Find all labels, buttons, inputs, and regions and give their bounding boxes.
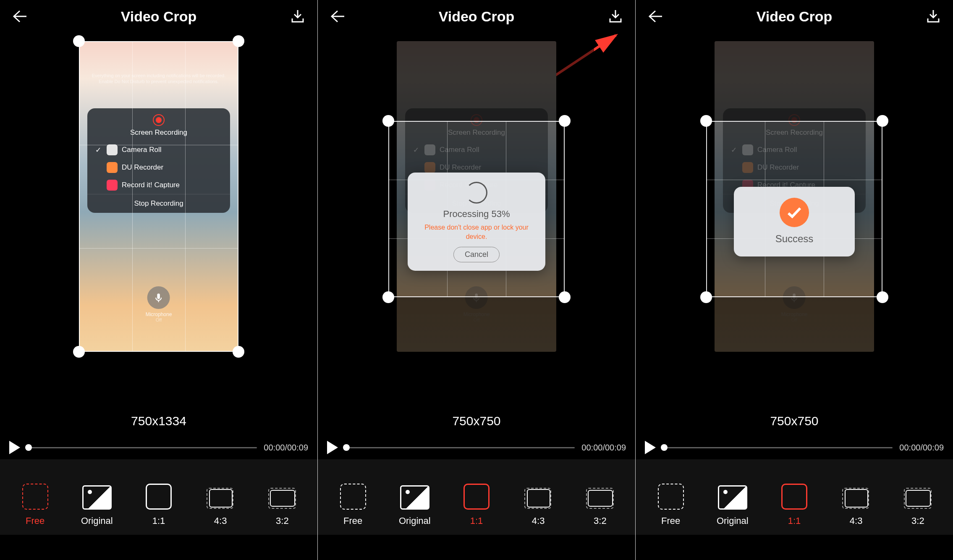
seek-thumb[interactable] bbox=[661, 444, 668, 451]
ratio-icon bbox=[268, 488, 296, 510]
seek-thumb[interactable] bbox=[25, 444, 32, 451]
ratio-option-3-2[interactable]: 3:2 bbox=[893, 488, 943, 526]
ratio-bar: Free Original 1:1 4:3 3:2 bbox=[0, 459, 317, 535]
page-title: Video Crop bbox=[757, 8, 833, 25]
ratio-option-4-3[interactable]: 4:3 bbox=[195, 488, 246, 526]
crop-handle-tr[interactable] bbox=[559, 115, 571, 127]
crop-handle-br[interactable] bbox=[877, 291, 888, 303]
ratio-icon bbox=[207, 488, 234, 510]
ratio-option-original[interactable]: Original bbox=[72, 485, 122, 526]
ratio-icon bbox=[400, 485, 429, 510]
export-button[interactable] bbox=[287, 6, 308, 27]
ratio-bar: Free Original 1:1 4:3 3:2 bbox=[318, 459, 635, 535]
ratio-icon bbox=[781, 484, 807, 510]
back-button[interactable] bbox=[9, 6, 30, 27]
ratio-icon bbox=[463, 484, 490, 510]
processing-dialog: Processing 53% Please don't close app or… bbox=[408, 173, 545, 271]
crop-handle-bl[interactable] bbox=[73, 346, 85, 358]
ratio-label: Free bbox=[343, 516, 362, 526]
ratio-label: Original bbox=[717, 516, 749, 526]
crop-handle-tr[interactable] bbox=[877, 115, 888, 127]
ratio-icon bbox=[904, 488, 932, 510]
playback-bar: 00:00/00:09 bbox=[318, 436, 635, 459]
crop-handle-tl[interactable] bbox=[382, 115, 394, 127]
play-button[interactable] bbox=[645, 441, 656, 454]
crop-handle-tl[interactable] bbox=[73, 35, 85, 47]
ratio-option-3-2[interactable]: 3:2 bbox=[575, 488, 625, 526]
ratio-label: 1:1 bbox=[470, 516, 483, 526]
crop-mask bbox=[397, 41, 556, 121]
ratio-label: Free bbox=[26, 516, 45, 526]
preview-area: Screen Recording ✓ Camera Roll DU Record… bbox=[636, 33, 953, 436]
ratio-icon bbox=[658, 484, 684, 510]
export-button[interactable] bbox=[605, 6, 626, 27]
export-button[interactable] bbox=[923, 6, 944, 27]
dialog-title: Success bbox=[740, 233, 849, 245]
header: Video Crop bbox=[0, 0, 317, 33]
back-button[interactable] bbox=[645, 6, 666, 27]
seek-track[interactable] bbox=[27, 447, 257, 448]
crop-mask bbox=[715, 297, 874, 352]
ratio-label: 1:1 bbox=[788, 516, 801, 526]
success-dialog: Success bbox=[734, 187, 855, 256]
time-display: 00:00/00:09 bbox=[581, 443, 626, 453]
crop-handle-tr[interactable] bbox=[233, 35, 244, 47]
ratio-option-original[interactable]: Original bbox=[707, 485, 758, 526]
ratio-option-4-3[interactable]: 4:3 bbox=[513, 488, 563, 526]
play-button[interactable] bbox=[9, 441, 20, 454]
app-screen: Video Crop Screen Recording ✓ Camera Rol… bbox=[318, 0, 635, 560]
header: Video Crop bbox=[636, 0, 953, 33]
ratio-option-free[interactable]: Free bbox=[646, 484, 696, 526]
play-button[interactable] bbox=[327, 441, 338, 454]
ratio-icon bbox=[842, 488, 870, 510]
ratio-option-3-2[interactable]: 3:2 bbox=[257, 488, 307, 526]
preview-area: Screen Recording ✓ Camera Roll DU Record… bbox=[318, 33, 635, 436]
crop-dimensions: 750x750 bbox=[318, 414, 635, 428]
ratio-option-4-3[interactable]: 4:3 bbox=[831, 488, 881, 526]
crop-handle-br[interactable] bbox=[559, 291, 571, 303]
ratio-label: 3:2 bbox=[911, 516, 924, 526]
preview-area: Everything on your screen including noti… bbox=[0, 33, 317, 436]
ratio-option-1-1[interactable]: 1:1 bbox=[134, 484, 184, 526]
cancel-button[interactable]: Cancel bbox=[453, 247, 500, 262]
app-screen: Video Crop Screen Recording ✓ Camera Rol… bbox=[636, 0, 953, 560]
ratio-option-1-1[interactable]: 1:1 bbox=[769, 484, 819, 526]
header: Video Crop bbox=[318, 0, 635, 33]
success-check-icon bbox=[780, 198, 809, 227]
page-title: Video Crop bbox=[439, 8, 515, 25]
playback-bar: 00:00/00:09 bbox=[0, 436, 317, 459]
ratio-label: Original bbox=[399, 516, 431, 526]
ratio-label: 3:2 bbox=[276, 516, 289, 526]
ratio-option-original[interactable]: Original bbox=[390, 485, 440, 526]
ratio-label: Free bbox=[661, 516, 680, 526]
crop-canvas[interactable]: Screen Recording ✓ Camera Roll DU Record… bbox=[677, 41, 912, 402]
dialog-warning: Please don't close app or lock your devi… bbox=[418, 223, 535, 241]
seek-thumb[interactable] bbox=[343, 444, 350, 451]
ratio-label: Original bbox=[81, 516, 113, 526]
crop-handle-br[interactable] bbox=[233, 346, 244, 358]
crop-handle-bl[interactable] bbox=[700, 291, 712, 303]
playback-bar: 00:00/00:09 bbox=[636, 436, 953, 459]
ratio-label: 3:2 bbox=[594, 516, 607, 526]
dialog-title: Processing 53% bbox=[414, 209, 539, 220]
crop-canvas[interactable]: Everything on your screen including noti… bbox=[41, 41, 276, 402]
seek-track[interactable] bbox=[345, 447, 575, 448]
ratio-option-free[interactable]: Free bbox=[328, 484, 378, 526]
ratio-icon bbox=[82, 485, 112, 510]
crop-grid bbox=[79, 41, 238, 352]
crop-dimensions: 750x750 bbox=[636, 414, 953, 428]
ratio-option-free[interactable]: Free bbox=[10, 484, 60, 526]
back-button[interactable] bbox=[327, 6, 348, 27]
crop-box[interactable] bbox=[79, 41, 238, 352]
time-display: 00:00/00:09 bbox=[264, 443, 308, 453]
ratio-icon bbox=[340, 484, 366, 510]
ratio-option-1-1[interactable]: 1:1 bbox=[451, 484, 502, 526]
crop-handle-tl[interactable] bbox=[700, 115, 712, 127]
ratio-bar: Free Original 1:1 4:3 3:2 bbox=[636, 459, 953, 535]
crop-handle-bl[interactable] bbox=[382, 291, 394, 303]
crop-mask bbox=[397, 297, 556, 352]
crop-canvas[interactable]: Screen Recording ✓ Camera Roll DU Record… bbox=[359, 41, 594, 402]
spinner-icon bbox=[466, 182, 487, 204]
ratio-label: 4:3 bbox=[214, 516, 227, 526]
seek-track[interactable] bbox=[662, 447, 893, 448]
